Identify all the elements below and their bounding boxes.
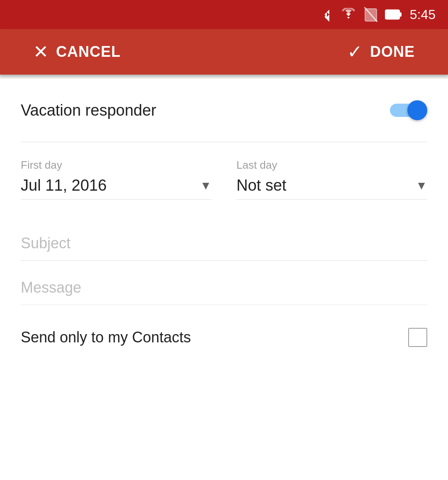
vacation-responder-label: Vacation responder <box>21 102 156 119</box>
toggle-thumb <box>407 100 427 120</box>
content-area: Vacation responder First day Jul 11, 201… <box>0 79 448 480</box>
done-label: DONE <box>370 43 415 61</box>
send-only-label: Send only to my Contacts <box>21 329 191 346</box>
message-placeholder: Message <box>21 279 427 305</box>
subject-placeholder: Subject <box>21 235 427 260</box>
cancel-label: CANCEL <box>56 43 121 61</box>
action-bar: ✕ CANCEL ✓ DONE <box>0 29 448 75</box>
vacation-responder-row: Vacation responder <box>0 79 448 142</box>
last-day-col: Last day Not set ▼ <box>236 159 427 200</box>
last-day-label: Last day <box>236 159 427 172</box>
first-day-label: First day <box>21 159 212 172</box>
message-field-row: Message <box>0 261 448 305</box>
status-bar: 5:45 <box>0 0 448 29</box>
last-day-dropdown-icon: ▼ <box>416 179 427 192</box>
bluetooth-icon <box>321 7 333 22</box>
first-day-selector[interactable]: Jul 11, 2016 ▼ <box>21 177 212 200</box>
first-day-col: First day Jul 11, 2016 ▼ <box>21 159 212 200</box>
battery-icon <box>385 8 402 21</box>
first-day-dropdown-icon: ▼ <box>200 179 212 192</box>
sim-icon <box>364 7 377 22</box>
done-icon: ✓ <box>347 43 363 61</box>
last-day-value: Not set <box>236 177 286 194</box>
status-time: 5:45 <box>410 7 436 22</box>
send-only-checkbox[interactable] <box>408 328 427 347</box>
cancel-button[interactable]: ✕ CANCEL <box>25 38 129 66</box>
last-day-selector[interactable]: Not set ▼ <box>236 177 427 200</box>
svg-rect-2 <box>385 10 399 19</box>
first-day-value: Jul 11, 2016 <box>21 177 107 194</box>
vacation-toggle[interactable] <box>390 99 427 121</box>
svg-rect-3 <box>399 12 402 17</box>
send-only-row: Send only to my Contacts <box>0 305 448 368</box>
shadow-divider <box>0 75 448 79</box>
status-icons: 5:45 <box>321 7 436 22</box>
subject-field-row: Subject <box>0 216 448 261</box>
wifi-icon <box>340 8 357 21</box>
cancel-icon: ✕ <box>33 43 49 61</box>
done-button[interactable]: ✓ DONE <box>339 38 423 66</box>
date-row: First day Jul 11, 2016 ▼ Last day Not se… <box>0 142 448 200</box>
